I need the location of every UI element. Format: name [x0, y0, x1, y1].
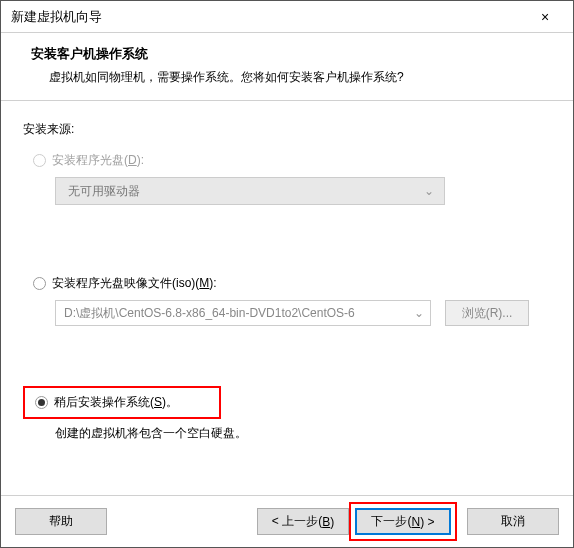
- back-button[interactable]: < 上一步(B): [257, 508, 349, 535]
- dropdown-text: 无可用驱动器: [68, 183, 140, 200]
- header-subtitle: 虚拟机如同物理机，需要操作系统。您将如何安装客户机操作系统?: [31, 69, 543, 86]
- option-installer-disc[interactable]: 安装程序光盘(D):: [23, 152, 551, 169]
- iso-path-input[interactable]: D:\虚拟机\CentOS-6.8-x86_64-bin-DVD1to2\Cen…: [55, 300, 431, 326]
- wizard-header: 安装客户机操作系统 虚拟机如同物理机，需要操作系统。您将如何安装客户机操作系统?: [1, 33, 573, 101]
- highlight-box-next: 下一步(N) >: [349, 502, 457, 541]
- next-button[interactable]: 下一步(N) >: [355, 508, 451, 535]
- browse-button[interactable]: 浏览(R)...: [445, 300, 529, 326]
- header-title: 安装客户机操作系统: [31, 45, 543, 63]
- option-install-later[interactable]: 稍后安装操作系统(S)。: [29, 394, 215, 411]
- help-button[interactable]: 帮助: [15, 508, 107, 535]
- chevron-down-icon: ⌄: [414, 306, 424, 320]
- radio-icon: [33, 277, 46, 290]
- cancel-button[interactable]: 取消: [467, 508, 559, 535]
- iso-path-text: D:\虚拟机\CentOS-6.8-x86_64-bin-DVD1to2\Cen…: [64, 305, 355, 322]
- hint-text: 创建的虚拟机将包含一个空白硬盘。: [55, 425, 551, 442]
- content-area: 安装来源: 安装程序光盘(D): 无可用驱动器 ⌄ 安装程序光盘映像文件(iso…: [1, 101, 573, 452]
- option-iso-label: 安装程序光盘映像文件(iso)(M):: [52, 275, 217, 292]
- option-disc-label: 安装程序光盘(D):: [52, 152, 144, 169]
- source-label: 安装来源:: [23, 121, 551, 138]
- highlight-box-later: 稍后安装操作系统(S)。: [23, 386, 221, 419]
- titlebar: 新建虚拟机向导 ×: [1, 1, 573, 33]
- radio-icon: [35, 396, 48, 409]
- close-button[interactable]: ×: [525, 3, 565, 31]
- radio-icon: [33, 154, 46, 167]
- window-title: 新建虚拟机向导: [11, 8, 525, 26]
- option-later-label: 稍后安装操作系统(S)。: [54, 394, 178, 411]
- chevron-down-icon: ⌄: [424, 184, 434, 198]
- footer: 帮助 < 上一步(B) 下一步(N) > 取消: [1, 495, 573, 547]
- option-iso-file[interactable]: 安装程序光盘映像文件(iso)(M):: [23, 275, 551, 292]
- drive-dropdown[interactable]: 无可用驱动器 ⌄: [55, 177, 445, 205]
